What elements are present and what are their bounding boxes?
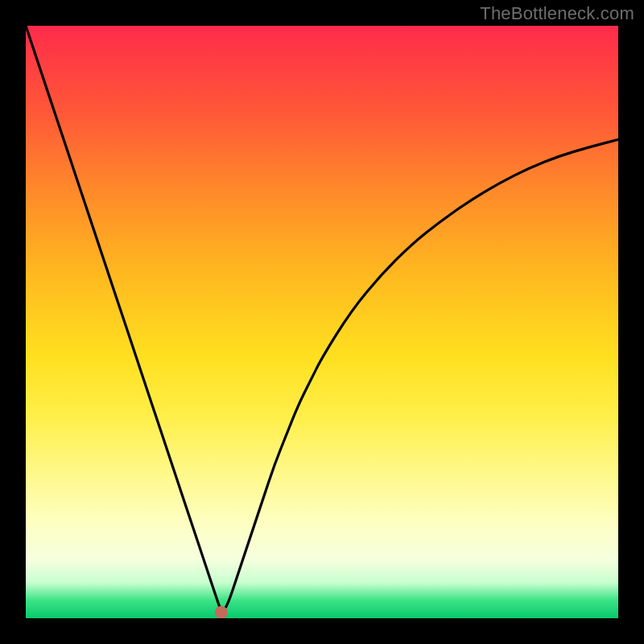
chart-svg xyxy=(26,26,618,618)
attribution-watermark: TheBottleneck.com xyxy=(480,3,634,24)
bottleneck-curve xyxy=(26,26,618,610)
optimal-point-marker xyxy=(215,606,228,618)
chart-frame: TheBottleneck.com xyxy=(0,0,644,644)
plot-area xyxy=(26,26,618,618)
